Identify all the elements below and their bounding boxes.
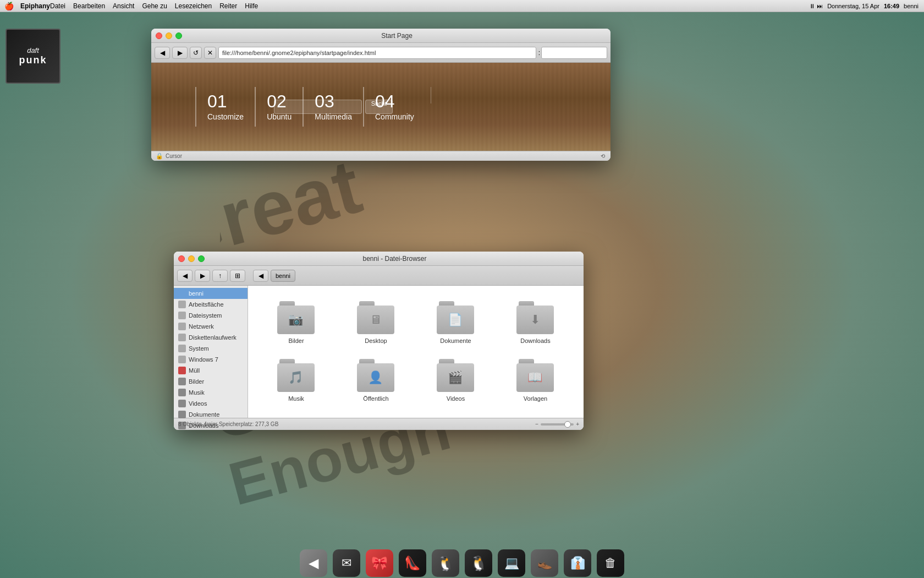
- menubar-time: 16:49: [884, 3, 899, 9]
- sidebar-icon-bilder: [178, 378, 186, 385]
- dock-app-2[interactable]: ✉: [331, 545, 362, 577]
- nav-search-button[interactable]: Sucht: [365, 100, 393, 114]
- sidebar-item-musik[interactable]: Musik: [174, 387, 248, 398]
- search-box[interactable]: [541, 47, 607, 59]
- back-button[interactable]: ◀: [155, 47, 170, 59]
- zoom-minus[interactable]: −: [535, 421, 538, 427]
- nav-section-01[interactable]: 01 Customize: [195, 87, 255, 127]
- artist-name: daft: [19, 46, 47, 54]
- dock-app-4[interactable]: 👠: [397, 545, 428, 577]
- menubar-right: ⏸ ⏭ Donnerstag, 15 Apr 16:49 benni: [809, 3, 919, 9]
- sidebar-item-videos[interactable]: Videos: [174, 398, 248, 409]
- browser-toolbar: ◀ ▶ ↺ ✕ file:///home/benni/.gnome2/epiph…: [151, 43, 610, 63]
- dock-app-9[interactable]: 👔: [562, 545, 593, 577]
- folder-name-vorlagen: Vorlagen: [524, 395, 547, 402]
- folder-vorlagen[interactable]: 📖 Vorlagen: [498, 355, 573, 407]
- fm-view-button[interactable]: ⊞: [230, 270, 245, 282]
- fm-location-toggle[interactable]: ◀: [253, 270, 268, 282]
- menu-app[interactable]: Epiphany: [20, 2, 50, 10]
- browser-content: 01 Customize 02 Ubuntu 03 Multimedia 04 …: [151, 63, 610, 151]
- sidebar-item-dokumente[interactable]: Dokumente: [174, 409, 248, 420]
- folder-name-offentlich: Öffentlich: [363, 395, 388, 402]
- menu-datei[interactable]: Datei: [50, 2, 65, 10]
- menu-ansicht[interactable]: Ansicht: [113, 2, 134, 10]
- sidebar-label-dateisystem: Dateisystem: [189, 312, 222, 319]
- menubar-date: Donnerstag, 15 Apr: [827, 3, 879, 9]
- sidebar-item-bilder[interactable]: Bilder: [174, 376, 248, 387]
- maximize-button[interactable]: [175, 32, 182, 39]
- sidebar-item-arbeitsflaeche[interactable]: Arbeitsfläche: [174, 299, 248, 310]
- folder-videos[interactable]: 🎬 Videos: [419, 355, 493, 407]
- nav-divider: [431, 87, 431, 103]
- fm-close-button[interactable]: [178, 255, 185, 262]
- folder-icon-musik: 🎵: [277, 359, 316, 392]
- dock: ◀ ✉ 🎀 👠 🐧 🐧 💻 👞 👔 🗑: [0, 545, 924, 577]
- nav-num-01: 01: [207, 92, 244, 110]
- fm-title: benni - Datei-Browser: [210, 255, 579, 263]
- fm-back-button[interactable]: ◀: [177, 270, 193, 282]
- fm-window-controls: [178, 255, 205, 262]
- fm-titlebar: benni - Datei-Browser: [174, 252, 584, 266]
- menubar-user: benni: [904, 3, 919, 9]
- sidebar-item-system[interactable]: System: [174, 343, 248, 354]
- url-bar[interactable]: file:///home/benni/.gnome2/epiphany/star…: [218, 47, 536, 59]
- zoom-slider[interactable]: − +: [535, 421, 579, 427]
- folder-name-downloads: Downloads: [520, 337, 550, 344]
- menu-hilfe[interactable]: Hilfe: [245, 2, 258, 10]
- dock-app-3[interactable]: 🎀: [364, 545, 395, 577]
- sidebar-icon-dokumente: [178, 411, 186, 418]
- fm-body: benni Arbeitsfläche Dateisystem Netzwerk…: [174, 286, 584, 418]
- stop-button[interactable]: ✕: [204, 47, 216, 59]
- dock-app-8[interactable]: 👞: [529, 545, 560, 577]
- fm-path-button[interactable]: benni: [271, 270, 295, 282]
- dock-app-7[interactable]: 💻: [496, 545, 527, 577]
- url-text: file:///home/benni/.gnome2/epiphany/star…: [222, 50, 376, 56]
- menu-bearbeiten[interactable]: Bearbeiten: [73, 2, 105, 10]
- folder-icon-desktop: 🖥: [357, 301, 395, 334]
- folder-icon-bilder: 📷: [277, 301, 316, 334]
- sidebar-item-diskettenlaufwerk[interactable]: Diskettenlaufwerk: [174, 332, 248, 343]
- sidebar-label-netzwerk: Netzwerk: [189, 323, 214, 330]
- menu-lesezeichen[interactable]: Lesezeichen: [175, 2, 212, 10]
- menu-gehe-zu[interactable]: Gehe zu: [142, 2, 167, 10]
- minimize-button[interactable]: [166, 32, 172, 39]
- folder-name-musik: Musik: [288, 395, 304, 402]
- sidebar-icon-dateisystem: [178, 312, 186, 319]
- dock-app-5[interactable]: 🐧: [430, 545, 461, 577]
- nav-search-input[interactable]: [274, 100, 362, 114]
- dock-app-1[interactable]: ◀: [298, 545, 329, 577]
- folder-desktop[interactable]: 🖥 Desktop: [339, 297, 413, 349]
- fm-sidebar: benni Arbeitsfläche Dateisystem Netzwerk…: [174, 286, 248, 418]
- fm-maximize-button[interactable]: [198, 255, 205, 262]
- fm-minimize-button[interactable]: [188, 255, 195, 262]
- sidebar-item-windows7[interactable]: Windows 7: [174, 354, 248, 365]
- forward-button[interactable]: ▶: [172, 47, 188, 59]
- apple-menu[interactable]: 🍎: [4, 2, 14, 10]
- folder-musik[interactable]: 🎵 Musik: [259, 355, 333, 407]
- folder-dokumente[interactable]: 📄 Dokumente: [419, 297, 493, 349]
- dock-app-10[interactable]: 🗑: [595, 545, 626, 577]
- sidebar-icon-diskettenlaufwerk: [178, 334, 186, 341]
- sidebar-item-benni[interactable]: benni: [174, 288, 248, 299]
- dock-app-6[interactable]: 🐧: [463, 545, 494, 577]
- folder-icon-downloads: ⬇: [516, 301, 555, 334]
- refresh-button[interactable]: ↺: [190, 47, 202, 59]
- sidebar-icon-mull: [178, 367, 186, 374]
- zoom-plus[interactable]: +: [576, 421, 579, 427]
- slider-thumb: [564, 421, 571, 428]
- sidebar-label-bilder: Bilder: [189, 378, 204, 385]
- fm-up-button[interactable]: ↑: [212, 270, 228, 282]
- sidebar-item-netzwerk[interactable]: Netzwerk: [174, 321, 248, 332]
- folder-bilder[interactable]: 📷 Bilder: [259, 297, 333, 349]
- sidebar-item-mull[interactable]: Müll: [174, 365, 248, 376]
- album-name: punk: [19, 54, 47, 66]
- folder-icon-vorlagen: 📖: [516, 359, 555, 392]
- folder-offentlich[interactable]: 👤 Öffentlich: [339, 355, 413, 407]
- sidebar-label-system: System: [189, 345, 209, 352]
- menu-reiter[interactable]: Reiter: [219, 2, 237, 10]
- fm-forward-button[interactable]: ▶: [195, 270, 210, 282]
- sidebar-item-dateisystem[interactable]: Dateisystem: [174, 310, 248, 321]
- sidebar-label-dokumente: Dokumente: [189, 411, 219, 418]
- folder-downloads[interactable]: ⬇ Downloads: [498, 297, 573, 349]
- close-button[interactable]: [156, 32, 162, 39]
